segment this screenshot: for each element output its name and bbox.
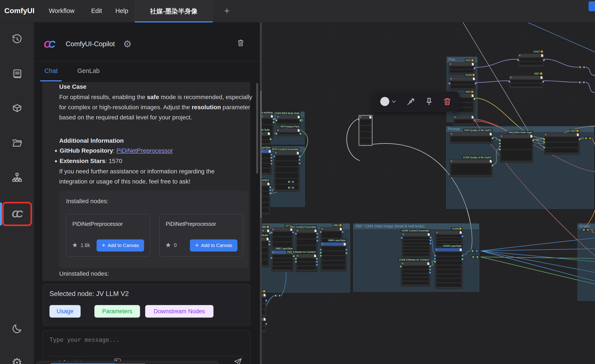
theme-moon-icon[interactable] <box>11 322 23 335</box>
node-port[interactable] <box>543 59 545 61</box>
node-port[interactable] <box>517 59 519 61</box>
node-header[interactable] <box>321 227 342 231</box>
node-port[interactable] <box>270 138 271 140</box>
node-port[interactable] <box>295 258 297 259</box>
node-port[interactable] <box>492 165 493 166</box>
node-header[interactable] <box>321 242 346 246</box>
tab-genlab[interactable]: GenLab <box>77 67 99 75</box>
collapse-dot-icon[interactable] <box>272 229 274 230</box>
node-group[interactable]: Group <box>578 224 595 301</box>
node-header[interactable] <box>402 233 430 236</box>
node-port[interactable] <box>266 323 267 325</box>
node-port[interactable] <box>295 261 297 263</box>
node-port[interactable] <box>434 258 436 259</box>
pin-node-button[interactable] <box>424 97 434 106</box>
node-header[interactable] <box>449 62 475 66</box>
collapse-dot-icon[interactable] <box>360 116 361 118</box>
node-port[interactable] <box>499 140 501 141</box>
node-port[interactable] <box>579 82 581 83</box>
node-graph-canvas[interactable]: FluxPromptk & simple caption768 * 1344 i… <box>260 22 595 364</box>
collapse-dot-icon[interactable] <box>510 77 512 78</box>
collapsed-node[interactable] <box>472 255 479 258</box>
node-port[interactable] <box>543 139 545 140</box>
settings-gear-icon[interactable]: ⚙ <box>11 357 23 364</box>
node-port[interactable] <box>449 83 450 84</box>
canvas-node[interactable]: #1427 <box>518 54 544 67</box>
collapse-dot-icon[interactable] <box>454 116 456 118</box>
node-port[interactable] <box>271 163 272 165</box>
node-port[interactable] <box>462 236 463 237</box>
corner-button[interactable] <box>588 1 595 11</box>
node-port[interactable] <box>279 295 280 296</box>
node-port[interactable] <box>472 250 473 252</box>
collapsed-node[interactable] <box>584 137 592 140</box>
node-port[interactable] <box>476 250 477 252</box>
github-repo-link[interactable]: PiDiNetPreprocessor <box>116 147 173 154</box>
canvas-node[interactable]: #982 LayerStyle <box>271 251 294 272</box>
node-port[interactable] <box>477 256 478 258</box>
node-port[interactable] <box>587 229 589 231</box>
tab-chat[interactable]: Chat <box>44 67 58 75</box>
node-port[interactable] <box>429 266 431 267</box>
node-port[interactable] <box>276 133 277 134</box>
node-port[interactable] <box>300 133 301 134</box>
add-to-canvas-button[interactable]: +Add to Canvas <box>190 239 237 252</box>
workflow-tab[interactable]: 社媒-墨染半身像 <box>135 0 213 22</box>
node-header[interactable] <box>450 160 492 163</box>
node-port[interactable] <box>429 269 431 270</box>
node-port[interactable] <box>316 264 318 266</box>
node-port[interactable] <box>430 243 431 244</box>
node-port[interactable] <box>346 252 347 254</box>
collapse-dot-icon[interactable] <box>272 252 274 253</box>
node-header[interactable] <box>500 134 533 138</box>
node-port[interactable] <box>320 252 321 253</box>
node-port[interactable] <box>579 66 581 68</box>
node-port[interactable] <box>462 255 463 257</box>
menu-help[interactable]: Help <box>115 7 128 14</box>
canvas-node[interactable]: #962 KJNodes for ComfyUI <box>296 254 317 272</box>
node-port[interactable] <box>434 255 436 257</box>
node-header[interactable] <box>450 77 475 80</box>
node-color-picker[interactable] <box>380 97 397 106</box>
node-port[interactable] <box>288 187 290 189</box>
node-port[interactable] <box>474 68 475 69</box>
node-port[interactable] <box>320 231 321 233</box>
workflows-icon[interactable] <box>11 171 23 183</box>
node-port[interactable] <box>275 295 276 296</box>
panel-resize-thumb[interactable] <box>260 91 262 218</box>
node-port[interactable] <box>585 138 587 139</box>
collapse-dot-icon[interactable] <box>451 161 452 162</box>
node-port[interactable] <box>589 138 591 139</box>
node-port[interactable] <box>269 232 271 234</box>
node-header[interactable] <box>276 115 300 119</box>
collapsed-node[interactable] <box>471 249 478 252</box>
node-header[interactable] <box>296 229 317 232</box>
node-port[interactable] <box>579 139 580 140</box>
folder-icon[interactable] <box>11 137 23 149</box>
node-port[interactable] <box>499 143 501 144</box>
node-header[interactable] <box>453 116 474 119</box>
node-port[interactable] <box>274 156 275 157</box>
node-header[interactable] <box>544 133 580 136</box>
collapse-dot-icon[interactable] <box>262 230 264 231</box>
chat-scroll-area[interactable]: Type: Use Case For optimal results, enab… <box>34 82 260 281</box>
collapse-dot-icon[interactable] <box>297 230 298 231</box>
node-header[interactable] <box>274 151 299 154</box>
node-header[interactable] <box>450 132 492 136</box>
node-port[interactable] <box>509 81 510 83</box>
node-port[interactable] <box>430 240 431 241</box>
node-header[interactable] <box>510 76 543 79</box>
node-port[interactable] <box>474 98 475 100</box>
canvas-node[interactable]: #1309 Quality of life SuitV2 <box>450 159 493 177</box>
collapse-dot-icon[interactable] <box>501 135 502 137</box>
node-port[interactable] <box>358 119 360 120</box>
downstream-nodes-tag-button[interactable]: Downstream Nodes <box>145 305 213 318</box>
canvas-node[interactable]: #915 <box>449 62 475 75</box>
node-port[interactable] <box>271 160 272 161</box>
collapse-dot-icon[interactable] <box>403 234 404 235</box>
node-port[interactable] <box>430 237 431 238</box>
canvas-node[interactable]: #974 Impact Pack <box>276 128 301 136</box>
node-port[interactable] <box>288 181 290 183</box>
node-port[interactable] <box>317 233 318 234</box>
canvas-node[interactable]: #943 WAS Node Suite <box>500 134 533 163</box>
